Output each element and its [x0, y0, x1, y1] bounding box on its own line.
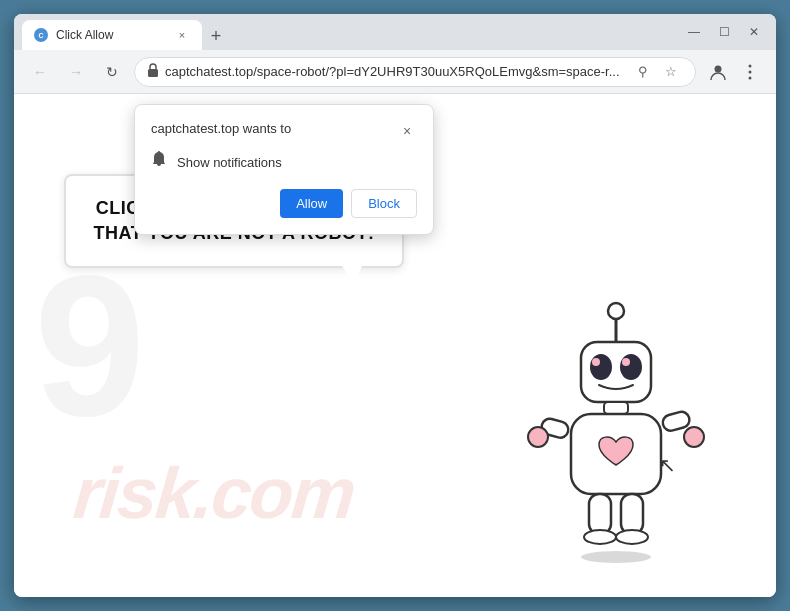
- maximize-button[interactable]: ☐: [710, 18, 738, 46]
- mouse-cursor: ↖: [659, 453, 676, 477]
- robot-illustration: [516, 297, 716, 577]
- bell-icon: [151, 151, 167, 173]
- svg-point-10: [590, 354, 612, 380]
- svg-point-23: [616, 530, 648, 544]
- block-button[interactable]: Block: [351, 189, 417, 218]
- svg-point-3: [715, 65, 722, 72]
- tabs-area: C Click Allow × +: [22, 14, 680, 50]
- allow-button[interactable]: Allow: [280, 189, 343, 218]
- svg-rect-21: [621, 494, 643, 534]
- search-icon[interactable]: ⚲: [631, 60, 655, 84]
- lock-icon: [147, 63, 159, 80]
- title-bar: C Click Allow × + — ☐ ✕: [14, 14, 776, 50]
- minimize-button[interactable]: —: [680, 18, 708, 46]
- popup-buttons: Allow Block: [151, 189, 417, 218]
- svg-rect-2: [148, 69, 158, 77]
- svg-rect-14: [604, 402, 628, 414]
- svg-text:C: C: [38, 32, 43, 39]
- watermark-text: risk.com: [70, 445, 358, 537]
- menu-button[interactable]: [736, 58, 764, 86]
- refresh-button[interactable]: ↻: [98, 58, 126, 86]
- url-text: captchatest.top/space-robot/?pl=dY2UHR9T…: [165, 64, 625, 79]
- svg-point-19: [684, 427, 704, 447]
- tab-title: Click Allow: [56, 28, 166, 42]
- account-button[interactable]: [704, 58, 732, 86]
- url-bar[interactable]: captchatest.top/space-robot/?pl=dY2UHR9T…: [134, 57, 696, 87]
- popup-close-button[interactable]: ×: [397, 121, 417, 141]
- window-controls: — ☐ ✕: [680, 18, 768, 46]
- tab-favicon: C: [34, 28, 48, 42]
- notification-row: Show notifications: [151, 151, 417, 173]
- address-bar: ← → ↻ captchatest.top/space-robot/?pl=dY…: [14, 50, 776, 94]
- browser-window: C Click Allow × + — ☐ ✕ ← → ↻: [14, 14, 776, 597]
- bookmark-icon[interactable]: ☆: [659, 60, 683, 84]
- svg-rect-20: [589, 494, 611, 534]
- svg-point-18: [528, 427, 548, 447]
- new-tab-button[interactable]: +: [202, 22, 230, 50]
- toolbar-right: [704, 58, 764, 86]
- page-content: 9 risk.com captchatest.top wants to × Sh…: [14, 94, 776, 597]
- active-tab[interactable]: C Click Allow ×: [22, 20, 202, 50]
- back-button[interactable]: ←: [26, 58, 54, 86]
- url-actions: ⚲ ☆: [631, 60, 683, 84]
- notification-label: Show notifications: [177, 155, 282, 170]
- popup-title: captchatest.top wants to: [151, 121, 291, 136]
- forward-button[interactable]: →: [62, 58, 90, 86]
- window-close-button[interactable]: ✕: [740, 18, 768, 46]
- svg-point-11: [620, 354, 642, 380]
- svg-point-22: [584, 530, 616, 544]
- popup-header: captchatest.top wants to ×: [151, 121, 417, 141]
- svg-point-4: [749, 64, 752, 67]
- svg-point-8: [608, 303, 624, 319]
- svg-point-5: [749, 70, 752, 73]
- permission-popup: captchatest.top wants to × Show notifica…: [134, 104, 434, 235]
- svg-point-24: [581, 551, 651, 563]
- svg-point-12: [592, 358, 600, 366]
- svg-point-13: [622, 358, 630, 366]
- tab-close-button[interactable]: ×: [174, 27, 190, 43]
- svg-point-6: [749, 76, 752, 79]
